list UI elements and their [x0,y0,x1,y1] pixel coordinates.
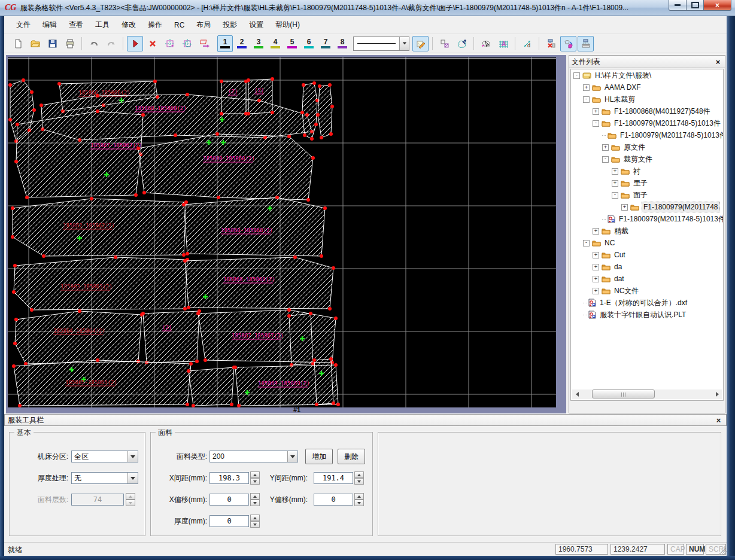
tree-item-label[interactable]: 里子 [632,178,649,189]
tree-expander[interactable]: + [593,228,599,235]
chevron-down-icon[interactable] [287,451,297,462]
line-style-select[interactable] [353,36,409,51]
text-grid-button[interactable]: A [495,36,511,51]
tree-expander[interactable]: + [593,252,599,258]
pen-6-button[interactable]: 6 [301,35,317,52]
file-list-close-icon[interactable]: × [713,57,722,66]
pen-5-button[interactable]: 5 [284,35,300,52]
x-gap-field[interactable]: 198.3 [209,472,249,484]
menu-item-8[interactable]: 投影 [217,17,243,32]
resize-grip[interactable] [718,548,725,555]
y-gap-field[interactable]: 191.4 [314,472,353,484]
tree-item-label[interactable]: NC文件 [613,285,640,297]
menu-item-4[interactable]: 修改 [116,17,142,32]
y-gap-stepper[interactable] [354,471,364,485]
menu-item-6[interactable]: RC [168,19,190,32]
pattern-piece[interactable] [221,81,246,114]
tree-item-label[interactable]: F1-1800979(M2011748-5)1013件 [613,118,722,129]
move-piece-button[interactable] [560,36,576,51]
tree-item-label[interactable]: F1-1800979(M2011748-5)1013件 [618,214,724,225]
mirror-move-button[interactable] [196,36,212,51]
tree-expander[interactable]: + [593,108,599,115]
new-file-button[interactable] [10,36,26,51]
rotate-in-box-button[interactable] [162,36,178,51]
menu-item-2[interactable]: 查看 [63,17,89,32]
tree-expander[interactable]: - [583,240,590,246]
pattern-piece[interactable] [302,83,317,139]
menu-item-9[interactable]: 设置 [243,17,269,32]
pattern-piece[interactable] [189,367,234,406]
tree-expander[interactable]: - [573,72,580,79]
scrollbar-track[interactable] [582,389,712,399]
tree-item[interactable]: F1-1800979(M2011748-5)1013件 [571,213,723,225]
menu-item-0[interactable]: 文件 [10,17,37,32]
pattern-piece[interactable] [318,85,332,138]
fill-hatch-button[interactable] [412,36,429,51]
select-piece-button[interactable] [478,36,494,51]
tree-item-label[interactable]: dat [613,274,625,284]
tree-item-label[interactable]: 1-E（对称的可以合并）.dxf [599,297,688,309]
chevron-down-icon[interactable] [127,473,138,483]
tree-expander[interactable]: + [583,84,590,91]
tree-item[interactable]: -NC [571,237,723,249]
tree-item[interactable]: +F1-1800979(M2011748 [571,201,723,213]
tree-item-label[interactable]: AAMA DXF [603,83,642,92]
maximize-button[interactable] [687,0,704,11]
fabric-type-select[interactable]: 200 [209,451,298,462]
tree-item[interactable]: -裁剪文件 [571,153,723,165]
add-button[interactable]: 增加 [305,449,333,464]
tree-expander[interactable]: - [602,156,609,163]
menu-item-10[interactable]: 帮助(H) [269,17,306,32]
thickness-handling-select[interactable]: 无 [71,472,138,484]
save-button[interactable] [44,36,60,51]
projector-calibrate-button[interactable] [578,36,594,51]
tree-item[interactable]: 1-E（对称的可以合并）.dxf [571,297,723,309]
tree-item-label[interactable]: 衬 [632,166,642,177]
tree-item[interactable]: +里子 [571,177,723,189]
menu-item-1[interactable]: 编辑 [37,17,63,32]
delete-button[interactable] [144,36,160,51]
garment-toolbar-close-icon[interactable]: × [714,416,723,425]
pen-2-button[interactable]: 2 [234,35,250,52]
tree-item[interactable]: F1-1800979(M2011748-5)1013件 [571,129,723,141]
projector-off-button[interactable] [543,36,559,51]
tree-expander[interactable]: + [612,180,618,187]
pointer-mode-button[interactable] [127,36,143,51]
tree-expander[interactable]: - [612,192,618,199]
thickness-stepper[interactable] [250,515,260,528]
thickness-field[interactable]: 0 [209,515,249,527]
tree-item[interactable]: +衬 [571,165,723,177]
pattern-piece[interactable] [143,311,199,363]
x-offset-field[interactable]: 0 [209,494,249,506]
chevron-down-icon[interactable] [127,451,138,462]
close-button[interactable]: × [704,0,731,11]
tree-item-label[interactable]: F1-1800868(M4011927)548件 [613,106,712,117]
menu-item-5[interactable]: 操作 [142,17,168,32]
tree-item-label[interactable]: H:\样片文件\服装\ [594,70,652,81]
print-button[interactable] [62,36,78,51]
copy-piece-button[interactable] [436,36,452,51]
pattern-piece[interactable] [15,311,142,364]
menu-item-7[interactable]: 布局 [190,17,217,32]
tree-expander[interactable]: + [621,204,628,211]
tree-item[interactable]: +F1-1800868(M4011927)548件 [571,105,723,117]
measure-distance-button[interactable]: d [519,36,535,51]
pattern-piece[interactable] [314,359,333,404]
scroll-left-button[interactable] [572,389,582,399]
marker-canvas[interactable]: 185866-185866(2)185868-185868(2)(2)(2)18… [8,57,556,407]
tree-item[interactable]: +AAMA DXF [571,81,723,93]
tree-expander[interactable]: - [593,120,599,127]
pattern-piece[interactable] [184,197,325,256]
pattern-piece[interactable] [138,134,313,200]
y-offset-stepper[interactable] [354,493,364,506]
pen-3-button[interactable]: 3 [251,35,266,52]
open-file-button[interactable] [27,36,43,51]
pen-8-button[interactable]: 8 [335,35,350,52]
tree-item[interactable]: 服装十字针眼自动认识.PLT [571,309,723,321]
tree-item[interactable]: +精裁 [571,225,723,237]
pen-7-button[interactable]: 7 [318,35,333,52]
tree-expander[interactable]: + [593,288,599,294]
tree-expander[interactable]: + [593,276,599,282]
tree-item[interactable]: +原文件 [571,141,723,153]
tree-item[interactable]: +dat [571,273,723,285]
